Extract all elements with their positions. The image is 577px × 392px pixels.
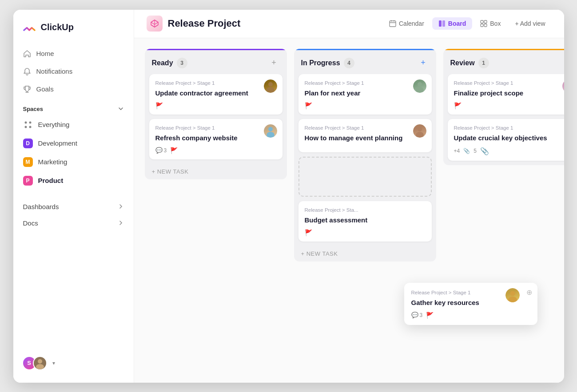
- bell-icon: [23, 67, 31, 75]
- column-header-inprogress: In Progress 4 +: [294, 49, 436, 74]
- development-label: Development: [38, 139, 77, 147]
- sidebar-item-goals[interactable]: Goals: [17, 81, 130, 98]
- task-card-placeholder: [298, 157, 432, 197]
- floating-card-avatar: [505, 288, 520, 302]
- sidebar-item-dashboards[interactable]: Dashboards: [17, 198, 130, 215]
- card-title: Update crucial key objectives: [454, 133, 564, 143]
- svg-rect-10: [484, 20, 487, 23]
- sidebar-item-everything[interactable]: Everything: [17, 116, 130, 134]
- card-footer: 🚩: [305, 229, 426, 236]
- ready-new-task-btn[interactable]: + NEW TASK: [145, 164, 287, 179]
- task-card[interactable]: Release Project > Stage 1 How to manage …: [298, 119, 432, 152]
- sidebar-bottom: Dashboards Docs: [13, 198, 134, 231]
- paperclip-icon: 📎: [463, 148, 470, 154]
- plus-count: +4: [454, 148, 460, 154]
- flag-icon: 🚩: [155, 102, 163, 109]
- app-window: ClickUp Home Notifications: [13, 10, 564, 383]
- box-view-btn[interactable]: Box: [474, 17, 507, 30]
- flag-icon: 🚩: [454, 102, 462, 109]
- marketing-label: Marketing: [38, 158, 68, 166]
- review-count: 1: [478, 58, 489, 68]
- card-title: How to manage event planning: [305, 133, 426, 143]
- svg-point-0: [24, 121, 27, 123]
- board-view-btn[interactable]: Board: [432, 17, 472, 30]
- product-dot: P: [23, 176, 33, 186]
- clickup-logo-icon: [22, 20, 36, 35]
- card-footer: 🚩: [454, 102, 564, 109]
- card-meta: Release Project > Stage 1: [454, 80, 564, 86]
- drag-handle-icon: ⊕: [526, 288, 532, 297]
- chevron-right-icon-2: [118, 220, 124, 226]
- home-label: Home: [36, 50, 54, 57]
- task-card[interactable]: Release Project > Stage 1 Finalize proje…: [448, 74, 564, 115]
- svg-point-17: [418, 82, 422, 87]
- notifications-label: Notifications: [36, 67, 73, 75]
- avatar-group: S: [22, 356, 47, 370]
- svg-rect-9: [481, 20, 483, 23]
- task-card[interactable]: Release Project > Stage 1 Update contrac…: [149, 74, 283, 115]
- inprogress-new-task-btn[interactable]: + NEW TASK: [294, 246, 436, 261]
- svg-point-18: [416, 87, 424, 93]
- column-header-ready: Ready 3 +: [145, 49, 287, 74]
- sidebar-item-marketing[interactable]: M Marketing: [17, 153, 130, 171]
- user-menu-chevron: ▾: [52, 360, 55, 366]
- chevron-right-icon: [118, 203, 124, 210]
- svg-rect-8: [442, 20, 445, 27]
- everything-label: Everything: [38, 121, 70, 128]
- sidebar-item-notifications[interactable]: Notifications: [17, 63, 130, 80]
- task-card[interactable]: Release Project > Stage 1 Plan for next …: [298, 74, 432, 115]
- card-title: Refresh company website: [155, 133, 276, 143]
- svg-point-16: [267, 132, 275, 138]
- spaces-section-header[interactable]: Spaces: [13, 98, 134, 116]
- sidebar-item-docs[interactable]: Docs: [17, 215, 130, 231]
- everything-icon: [23, 120, 33, 130]
- calendar-view-btn[interactable]: Calendar: [383, 17, 430, 30]
- task-card[interactable]: Release Project > Sta... Budget assessme…: [298, 201, 432, 242]
- card-meta: Release Project > Stage 1: [155, 125, 276, 131]
- inprogress-cards: Release Project > Stage 1 Plan for next …: [294, 74, 436, 246]
- flag-icon: 🚩: [305, 229, 312, 236]
- card-meta: Release Project > Stage 1: [305, 125, 426, 131]
- column-inprogress: In Progress 4 + Release Project > Stage …: [294, 49, 436, 261]
- docs-label: Docs: [23, 219, 38, 227]
- task-card[interactable]: Release Project > Stage 1 Update crucial…: [448, 119, 564, 161]
- box-icon: [480, 20, 487, 27]
- ready-title: Ready: [152, 59, 173, 67]
- user-footer[interactable]: S ▾: [13, 351, 134, 376]
- board-wrapper: Ready 3 + Release Project > Stage 1 Upda…: [134, 38, 564, 383]
- svg-rect-7: [439, 20, 442, 27]
- home-icon: [23, 50, 31, 58]
- column-header-review: Review 1 +: [443, 49, 564, 74]
- card-meta: Release Project > Stage 1: [155, 80, 276, 86]
- board-label: Board: [448, 20, 466, 27]
- attach-count: 5: [474, 148, 477, 154]
- ready-add-btn[interactable]: +: [268, 57, 280, 69]
- sidebar-item-home[interactable]: Home: [17, 45, 130, 62]
- svg-point-23: [510, 291, 515, 296]
- add-view-btn[interactable]: + Add view: [509, 17, 551, 30]
- card-meta: Release Project > Sta...: [305, 207, 426, 213]
- flag-icon: 🚩: [170, 147, 178, 154]
- svg-rect-12: [484, 24, 487, 27]
- goals-label: Goals: [36, 85, 54, 93]
- calendar-label: Calendar: [399, 20, 424, 27]
- flag-icon: 🚩: [426, 312, 434, 319]
- comment-icon: 💬: [155, 147, 163, 154]
- project-title: Release Project: [168, 18, 241, 29]
- svg-point-4: [38, 359, 42, 364]
- flag-icon: 🚩: [305, 102, 312, 109]
- sidebar-item-product[interactable]: P Product: [17, 172, 130, 190]
- card-avatar: [264, 124, 277, 138]
- inprogress-add-btn[interactable]: +: [418, 57, 429, 69]
- ready-cards: Release Project > Stage 1 Update contrac…: [145, 74, 287, 164]
- comment-count: 3: [164, 147, 167, 154]
- card-footer: 💬 3 🚩: [155, 147, 276, 154]
- task-card[interactable]: Release Project > Stage 1 Refresh compan…: [149, 119, 283, 159]
- card-title: Budget assessment: [305, 215, 426, 225]
- cube-icon: [150, 19, 159, 28]
- sidebar-item-development[interactable]: D Development: [17, 135, 130, 152]
- logo-area: ClickUp: [13, 20, 134, 45]
- svg-point-15: [268, 127, 273, 131]
- floating-card[interactable]: Release Project > Stage 1 Gather key res…: [404, 283, 537, 325]
- inprogress-title: In Progress: [301, 59, 340, 67]
